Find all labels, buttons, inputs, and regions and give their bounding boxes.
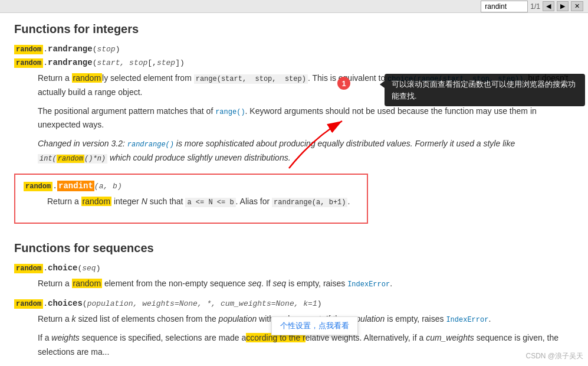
randint-params: (a, b) bbox=[94, 182, 122, 191]
func-randrange-stop: randrange bbox=[48, 44, 93, 54]
changed-note: Changed in version 3.2: randrange() is m… bbox=[38, 137, 574, 165]
top-search-bar: 1/1 ◀ ▶ ✕ bbox=[0, 0, 588, 13]
watermark: CSDN @浪子吴天 bbox=[525, 351, 583, 361]
search-count: 1/1 bbox=[530, 2, 540, 11]
search-prev-button[interactable]: ◀ bbox=[543, 1, 554, 11]
func-randint: randint bbox=[57, 181, 94, 191]
inline-int: int(random()*n) bbox=[38, 154, 107, 164]
randint-section: random . randint (a, b) Return a random … bbox=[14, 174, 368, 224]
inline-cond: a <= N <= b bbox=[185, 198, 235, 207]
inline-randrange-alias: randrange(a, b+1) bbox=[272, 198, 347, 207]
bottom-popup[interactable]: 个性设置，点我看看 bbox=[271, 316, 358, 335]
inline-range: range(start, stop, step) bbox=[194, 74, 308, 84]
sig-choices: random . choices ( population, weights=N… bbox=[14, 299, 574, 309]
popup-label: 个性设置，点我看看 bbox=[280, 321, 349, 330]
func-choices: choices bbox=[48, 299, 83, 308]
link-indexerror-2[interactable]: IndexError bbox=[446, 316, 488, 324]
choice-desc-text: Return a random element from the non-emp… bbox=[38, 277, 574, 290]
sig-randrange-full: random . randrange ( start, stop [, step… bbox=[14, 58, 574, 68]
sig-dot: . bbox=[43, 45, 48, 54]
tooltip-text: 可以滚动页面查看指定函数也可以使用浏览器的搜索功能查找. bbox=[392, 80, 576, 100]
main-content: Functions for integers random . randrang… bbox=[0, 13, 588, 366]
choice-params: seq bbox=[82, 264, 96, 273]
watermark-text: CSDN @浪子吴天 bbox=[525, 352, 583, 360]
tooltip-bubble: 可以滚动页面查看指定函数也可以使用浏览器的搜索功能查找. bbox=[385, 74, 585, 106]
search-container: 1/1 ◀ ▶ ✕ bbox=[481, 1, 583, 12]
search-close-button[interactable]: ✕ bbox=[571, 1, 583, 11]
weights-desc-text: If a weights sequence is specified, sele… bbox=[38, 331, 574, 360]
step-badge: 1 bbox=[337, 77, 350, 90]
link-randrange[interactable]: randrange() bbox=[127, 140, 174, 149]
module-name-2: random bbox=[14, 58, 43, 68]
sig-randint: random . randint (a, b) bbox=[24, 181, 359, 191]
desc-randint: Return a random integer N such that a <=… bbox=[47, 195, 359, 208]
choices-params: population, weights=None, *, cum_weights… bbox=[87, 299, 317, 308]
func-choice: choice bbox=[48, 263, 77, 273]
randint-desc-text: Return a random integer N such that a <=… bbox=[47, 195, 359, 208]
module-name-randint: random bbox=[24, 182, 52, 191]
func-randrange-full: randrange bbox=[48, 58, 93, 67]
link-range[interactable]: range() bbox=[215, 108, 245, 116]
section-title-integers: Functions for integers bbox=[14, 22, 574, 36]
sig-params: (stop) bbox=[93, 45, 120, 54]
search-input[interactable] bbox=[481, 1, 528, 12]
sig-randrange-stop: random . randrange (stop) bbox=[14, 44, 574, 54]
section-title-sequences: Functions for sequences bbox=[14, 241, 574, 255]
desc-choice: Return a random element from the non-emp… bbox=[38, 277, 574, 290]
module-name: random bbox=[14, 45, 43, 54]
sig-choice: random . choice ( seq ) bbox=[14, 263, 574, 273]
positional-arg-text: The positional argument pattern matches … bbox=[38, 104, 574, 133]
search-next-button[interactable]: ▶ bbox=[557, 1, 569, 11]
module-name-choice: random bbox=[14, 264, 43, 273]
highlight-random: random bbox=[72, 73, 102, 83]
sig-params-full: start, stop bbox=[97, 58, 147, 67]
highlight-random-2: random bbox=[81, 197, 111, 206]
link-indexerror[interactable]: IndexError bbox=[347, 280, 390, 289]
module-name-choices: random bbox=[14, 299, 43, 309]
highlight-random-3: random bbox=[72, 279, 102, 288]
